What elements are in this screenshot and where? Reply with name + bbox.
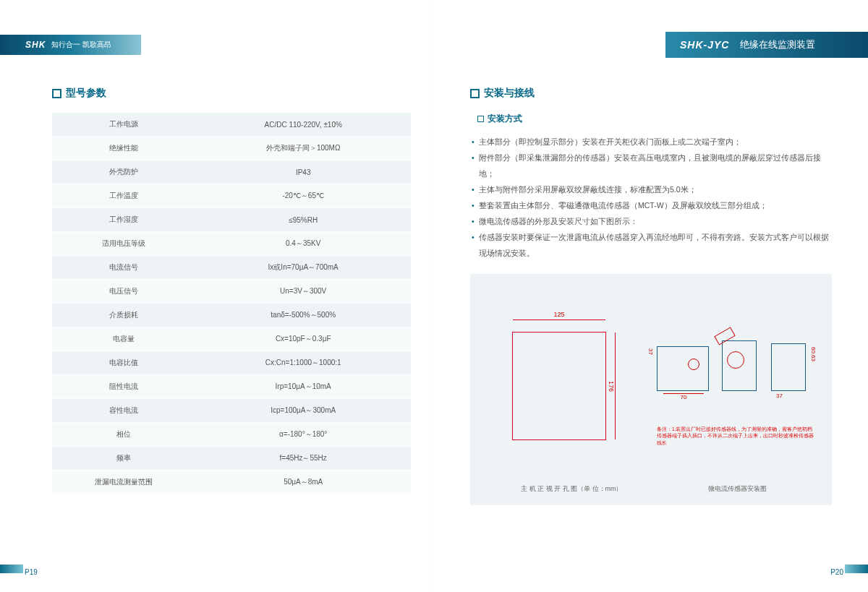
section-title-install: 安装与接线	[470, 87, 832, 100]
spec-value: 0.4～35KV	[195, 232, 411, 256]
spec-value: -20℃～65℃	[195, 184, 411, 208]
table-row: 外壳防护IP43	[52, 160, 411, 184]
table-row: 电容量Cx=10pF～0.3μF	[52, 327, 411, 351]
spec-key: 阻性电流	[52, 375, 195, 399]
diagram-sensor-side: 60.63 37	[771, 343, 806, 391]
spec-value: f=45Hz～55Hz	[195, 447, 411, 471]
spec-value: ≤95%RH	[195, 208, 411, 232]
product-code: SHK-JYC	[680, 39, 729, 51]
list-item: 主体与附件部分采用屏蔽双绞屏蔽线连接，标准配置为5.0米；	[470, 181, 832, 197]
spec-value: α=-180°～180°	[195, 423, 411, 447]
page-right: SHK-JYC 绝缘在线监测装置 安装与接线 安装方式 主体部分（即控制显示部分…	[434, 0, 868, 592]
spec-key: 电流信号	[52, 256, 195, 280]
table-row: 频率f=45Hz～55Hz	[52, 447, 411, 471]
dim-sensor-h2: 60.63	[810, 347, 817, 361]
spec-key: 绝缘性能	[52, 137, 195, 160]
spec-value: 外壳和端子间＞100MΩ	[195, 137, 411, 160]
spec-value: Cx:Cn=1:1000～1000:1	[195, 351, 411, 375]
spec-key: 外壳防护	[52, 160, 195, 184]
table-row: 工作湿度≤95%RH	[52, 208, 411, 232]
spec-value: tanδ=-500%～500%	[195, 304, 411, 327]
dim-host-width: 125	[513, 319, 605, 327]
section-title-specs: 型号参数	[52, 87, 411, 100]
diagram-box: 125 176 70 37 60.63 37 备注：1.装置出厂时已接好传感器线…	[470, 274, 832, 505]
table-row: 适用电压等级0.4～35KV	[52, 232, 411, 256]
dim-sensor-h1: 37	[647, 348, 654, 355]
header-banner-right: SHK-JYC 绝缘在线监测装置	[665, 32, 868, 58]
spec-value: Icp=100μA～300mA	[195, 399, 411, 423]
brand-tagline: 知行合一 凯歌高昂	[51, 40, 111, 50]
spec-key: 相位	[52, 423, 195, 447]
spec-value: Un=3V～300V	[195, 280, 411, 304]
spec-key: 容性电流	[52, 399, 195, 423]
table-row: 工作温度-20℃～65℃	[52, 184, 411, 208]
diagram-caption-right: 微电流传感器安装图	[708, 484, 767, 494]
sub-title-method: 安装方式	[477, 113, 832, 125]
install-bullets: 主体部分（即控制显示部分）安装在开关柜仪表门面板上或二次端子室内；附件部分（即采…	[470, 134, 832, 261]
brand-logo: SHK	[25, 40, 46, 50]
dim-sensor-b: 37	[776, 392, 783, 399]
spec-key: 电容比值	[52, 351, 195, 375]
spec-key: 频率	[52, 447, 195, 471]
page-left: SHK 知行合一 凯歌高昂 型号参数 工作电源AC/DC 110-220V, ±…	[0, 0, 434, 592]
spec-value: Ix或In=70μA～700mA	[195, 256, 411, 280]
spec-value: Cx=10pF～0.3μF	[195, 327, 411, 351]
right-content: 安装与接线 安装方式 主体部分（即控制显示部分）安装在开关柜仪表门面板上或二次端…	[470, 87, 832, 505]
spec-key: 电容量	[52, 327, 195, 351]
spec-key: 适用电压等级	[52, 232, 195, 256]
list-item: 附件部分（即采集泄漏部分的传感器）安装在高压电缆室内，且被测电缆的屏蔽层穿过传感…	[470, 150, 832, 181]
diagram-sensor-front: 70 37	[657, 346, 709, 391]
table-row: 绝缘性能外壳和端子间＞100MΩ	[52, 137, 411, 160]
table-row: 泄漏电流测量范围50μA～8mA	[52, 471, 411, 494]
list-item: 传感器安装时要保证一次泄露电流从传感器穿入再流经地即可，不得有旁路。安装方式客户…	[470, 229, 832, 261]
table-row: 电压信号Un=3V～300V	[52, 280, 411, 304]
page-number-left: P19	[25, 568, 38, 576]
page-number-right: P20	[830, 568, 843, 576]
table-row: 电流信号Ix或In=70μA～700mA	[52, 256, 411, 280]
table-row: 容性电流Icp=100μA～300mA	[52, 399, 411, 423]
table-row: 介质损耗tanδ=-500%～500%	[52, 304, 411, 327]
list-item: 主体部分（即控制显示部分）安装在开关柜仪表门面板上或二次端子室内；	[470, 134, 832, 150]
left-content: 型号参数 工作电源AC/DC 110-220V, ±10%绝缘性能外壳和端子间＞…	[52, 87, 411, 494]
diagram-note: 备注：1.装置出厂时已接好传感器线，为了测量的准确，需客户把初档传感器端子插入插…	[657, 426, 816, 445]
table-row: 阻性电流Irp=10μA～10mA	[52, 375, 411, 399]
page-spread: SHK 知行合一 凯歌高昂 型号参数 工作电源AC/DC 110-220V, ±…	[0, 0, 868, 592]
header-banner-left: SHK 知行合一 凯歌高昂	[0, 35, 141, 55]
spec-table: 工作电源AC/DC 110-220V, ±10%绝缘性能外壳和端子间＞100MΩ…	[52, 113, 411, 494]
footer-decor-left	[0, 565, 23, 573]
product-title: 绝缘在线监测装置	[740, 38, 815, 51]
spec-value: AC/DC 110-220V, ±10%	[195, 113, 411, 137]
diagram-caption-left: 主 机 正 视 开 孔 图（单 位：mm）	[521, 484, 623, 494]
spec-key: 介质损耗	[52, 304, 195, 327]
spec-value: IP43	[195, 160, 411, 184]
dim-sensor-width: 70	[663, 393, 704, 400]
spec-key: 工作温度	[52, 184, 195, 208]
list-item: 微电流传感器的外形及安装尺寸如下图所示：	[470, 213, 832, 229]
table-row: 相位α=-180°～180°	[52, 423, 411, 447]
spec-key: 工作电源	[52, 113, 195, 137]
spec-value: 50μA～8mA	[195, 471, 411, 494]
diagram-sensor-mid	[722, 340, 757, 391]
diagram-host-outline: 125 176	[512, 332, 606, 440]
spec-key: 电压信号	[52, 280, 195, 304]
dim-host-height: 176	[608, 333, 616, 439]
table-row: 电容比值Cx:Cn=1:1000～1000:1	[52, 351, 411, 375]
table-row: 工作电源AC/DC 110-220V, ±10%	[52, 113, 411, 137]
spec-value: Irp=10μA～10mA	[195, 375, 411, 399]
spec-key: 工作湿度	[52, 208, 195, 232]
footer-decor-right	[845, 565, 868, 573]
spec-key: 泄漏电流测量范围	[52, 471, 195, 494]
list-item: 整套装置由主体部分、零磁通微电流传感器（MCT-W）及屏蔽双绞线三部分组成；	[470, 197, 832, 213]
